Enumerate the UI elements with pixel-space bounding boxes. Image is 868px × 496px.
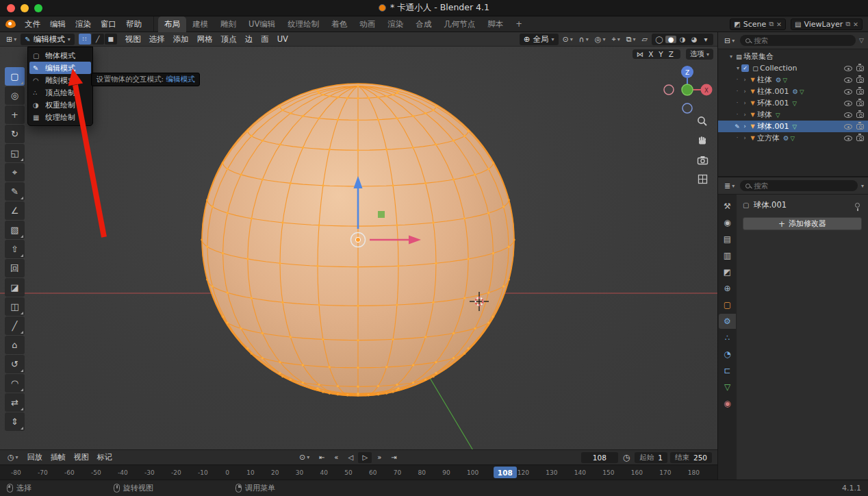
view-layer-selector[interactable]: ▤ ViewLayer ⧉ ✕ xyxy=(791,18,863,30)
workspace-tab-rendering[interactable]: 渲染 xyxy=(381,16,409,32)
playhead-badge[interactable]: 108 xyxy=(494,467,517,478)
viewport-menu-face[interactable]: 面 xyxy=(257,34,273,45)
hide-in-viewport-icon[interactable] xyxy=(844,136,852,141)
outliner-search-input[interactable] xyxy=(754,36,850,45)
tool-edge-slide[interactable]: ⇄ xyxy=(5,393,25,412)
viewport-menu-edge[interactable]: 边 xyxy=(241,34,257,45)
toggle-orthographic-button[interactable] xyxy=(695,171,710,186)
properties-tab-material[interactable]: ◉ xyxy=(719,396,736,411)
properties-tab-view-layer[interactable]: ▥ xyxy=(719,248,736,263)
mirror-axis-toggle[interactable]: Z xyxy=(666,50,676,58)
camera-view-button[interactable] xyxy=(695,152,710,167)
tool-smooth[interactable]: ◠ xyxy=(5,374,25,393)
workspace-tab-sculpting[interactable]: 雕刻 xyxy=(214,16,242,32)
properties-tab-render[interactable]: ◉ xyxy=(719,215,736,230)
outliner-editor-type-dropdown[interactable]: ⊟▾ xyxy=(722,36,737,45)
modifier-icon[interactable]: ⚙ xyxy=(783,134,789,142)
tool-poly-build[interactable]: ⌂ xyxy=(5,336,25,354)
timeline-menu-playback[interactable]: 回放 xyxy=(23,451,47,463)
mode-selector-dropdown[interactable]: ✎ 编辑模式 ▾ xyxy=(21,34,74,45)
new-scene-icon[interactable]: ⧉ xyxy=(769,20,774,28)
zoom-button[interactable] xyxy=(695,114,710,129)
workspace-tab-layout[interactable]: 布局 xyxy=(158,16,186,32)
remove-view-layer-icon[interactable]: ✕ xyxy=(853,21,858,28)
properties-filter-dropdown[interactable]: ▾ xyxy=(861,183,864,189)
hide-in-viewport-icon[interactable] xyxy=(844,89,852,95)
transform-orientation-dropdown[interactable]: ⊕ 全局 ▾ xyxy=(520,34,559,45)
disable-in-renders-icon[interactable] xyxy=(856,77,864,83)
tool-scale[interactable]: ◱ xyxy=(5,144,25,162)
mode-menu-item-vertex-paint[interactable]: ∴ 顶点绘制 xyxy=(29,86,91,99)
mesh-data-icon[interactable]: ▽ xyxy=(791,135,795,142)
mode-menu-item-edit[interactable]: ✎ 编辑模式 xyxy=(29,62,91,74)
jump-to-end-button[interactable]: ⇥ xyxy=(387,452,400,463)
workspace-tab-compositing[interactable]: 合成 xyxy=(409,16,437,32)
navigation-gizmo[interactable]: Z X xyxy=(660,64,715,119)
mesh-data-icon[interactable]: ▽ xyxy=(793,100,797,107)
modifier-icon[interactable]: ⚙ xyxy=(793,88,799,95)
properties-tab-object[interactable]: ▢ xyxy=(719,297,736,312)
mode-menu-item-sculpt[interactable]: ◠ 雕刻模式 xyxy=(29,74,91,86)
workspace-tab-uv-editing[interactable]: UV编辑 xyxy=(242,16,281,32)
tool-move[interactable]: + xyxy=(5,106,25,124)
tool-transform[interactable]: ⌖ xyxy=(5,163,25,182)
tool-knife[interactable]: ╱ xyxy=(5,317,25,335)
mirror-axis-toggle[interactable]: Y xyxy=(656,50,665,58)
tool-3d-cursor[interactable]: ◎ xyxy=(5,86,25,105)
workspace-tab-geometry-nodes[interactable]: 几何节点 xyxy=(437,16,481,32)
workspace-tab-texture-paint[interactable]: 纹理绘制 xyxy=(281,16,325,32)
proportional-editing-toggle[interactable]: ◎▾ xyxy=(593,35,608,44)
timeline-menu-keying[interactable]: 插帧 xyxy=(47,451,70,463)
tool-bevel[interactable]: ◪ xyxy=(5,278,25,297)
mode-menu-item-texture-paint[interactable]: ▦ 纹理绘制 xyxy=(29,111,91,123)
workspace-tab-modeling[interactable]: 建模 xyxy=(186,16,214,32)
prev-keyframe-button[interactable]: « xyxy=(329,452,343,463)
tool-loop-cut[interactable]: ◫ xyxy=(5,297,25,316)
viewport-menu-vertex[interactable]: 顶点 xyxy=(217,34,241,45)
show-overlays-dropdown[interactable]: ⧉▾ xyxy=(624,35,638,44)
properties-tab-physics[interactable]: ◔ xyxy=(719,347,736,362)
toggle-xray-button[interactable]: ▱ xyxy=(640,35,650,44)
add-modifier-button[interactable]: + 添加修改器 xyxy=(743,217,862,230)
editor-type-dropdown[interactable]: ⊞▾ xyxy=(4,35,18,44)
frame-end-field[interactable]: 结束 250 xyxy=(670,452,712,463)
modifier-icon[interactable]: ⚙ xyxy=(776,76,782,84)
outliner-search[interactable] xyxy=(740,35,856,46)
properties-search-input[interactable] xyxy=(754,182,852,190)
outliner-row-object[interactable]: ·› ▼ 球体 ▽ xyxy=(718,109,868,121)
unlink-scene-icon[interactable]: ✕ xyxy=(776,21,782,28)
workspace-tab-scripting[interactable]: 脚本 xyxy=(481,16,509,32)
solid-shading-button[interactable]: ● xyxy=(665,36,676,43)
outliner-row-scene-collection[interactable]: ▾ ▤ 场景集合 xyxy=(718,51,868,62)
timeline-menu-view[interactable]: 视图 xyxy=(70,451,93,463)
mesh-data-icon[interactable]: ▽ xyxy=(776,112,780,119)
properties-tab-output[interactable]: ▤ xyxy=(719,232,736,247)
mesh-data-icon[interactable]: ▽ xyxy=(793,123,797,130)
menu-file[interactable]: 文件 xyxy=(20,18,45,31)
properties-editor-type-dropdown[interactable]: ≣▾ xyxy=(722,182,737,190)
tool-shrink-fatten[interactable]: ⇕ xyxy=(5,412,25,431)
tool-annotate[interactable]: ✎ xyxy=(5,182,25,201)
hide-in-viewport-icon[interactable] xyxy=(844,124,852,129)
disable-in-renders-icon[interactable] xyxy=(856,89,864,95)
vertex-select-mode-button[interactable]: ∷ xyxy=(79,34,91,45)
mirror-axis-toggle[interactable]: X xyxy=(646,50,656,58)
viewport-menu-select[interactable]: 选择 xyxy=(145,34,169,45)
viewport-menu-add[interactable]: 添加 xyxy=(169,34,193,45)
current-frame-field[interactable]: 108 xyxy=(581,452,618,463)
viewport-menu-view[interactable]: 视图 xyxy=(121,34,145,45)
disable-in-renders-icon[interactable] xyxy=(856,112,864,118)
hide-in-viewport-icon[interactable] xyxy=(844,112,852,118)
disable-in-renders-icon[interactable] xyxy=(856,136,864,141)
use-preview-range-toggle[interactable]: ◷ xyxy=(621,453,632,462)
collection-checkbox[interactable]: ✓ xyxy=(741,64,749,72)
snap-toggle[interactable]: ∩▾ xyxy=(577,35,591,44)
rendered-shading-button[interactable]: ◕ xyxy=(689,36,700,43)
properties-tab-data[interactable]: ▽ xyxy=(719,380,736,395)
workspace-tab-animation[interactable]: 动画 xyxy=(353,16,381,32)
show-gizmo-dropdown[interactable]: ⌖▾ xyxy=(609,35,622,44)
outliner-row-object[interactable]: ·› ▼ 柱体 ⚙ ▽ xyxy=(718,74,868,86)
viewport-menu-mesh[interactable]: 网格 xyxy=(193,34,217,45)
tool-add-cube[interactable]: ▧ xyxy=(5,221,25,239)
properties-tab-tool[interactable]: ⚒ xyxy=(719,199,736,214)
